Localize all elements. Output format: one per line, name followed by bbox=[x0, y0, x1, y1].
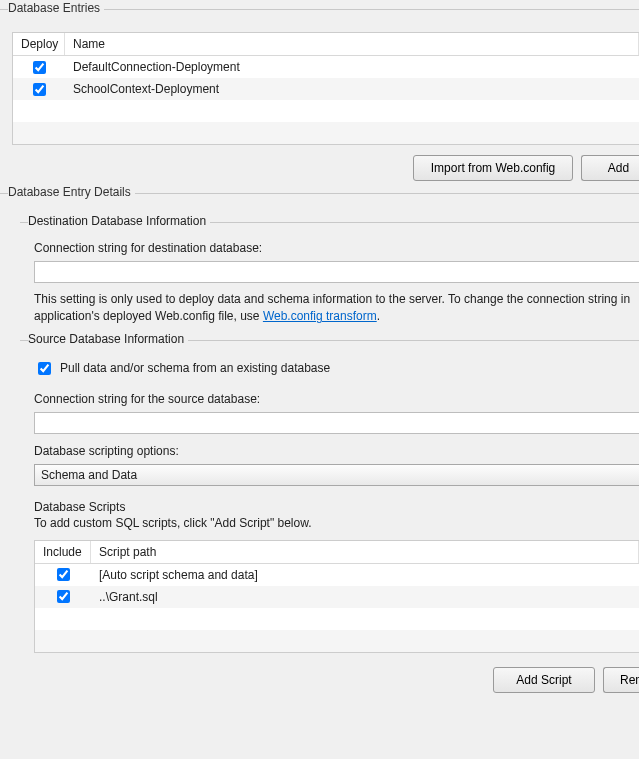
import-from-webconfig-button[interactable]: Import from Web.config bbox=[413, 155, 573, 181]
source-db-group-label: Source Database Information bbox=[28, 332, 188, 346]
table-row[interactable] bbox=[35, 630, 639, 652]
dest-help-suffix: . bbox=[377, 309, 380, 323]
table-row[interactable] bbox=[13, 122, 639, 144]
entries-table: Deploy Name DefaultConnection-Deployment… bbox=[12, 32, 639, 145]
database-entries-group-label: Database Entries bbox=[8, 1, 104, 15]
table-row[interactable]: [Auto script schema and data] bbox=[35, 564, 639, 586]
scripts-table: Include Script path [Auto script schema … bbox=[34, 540, 639, 653]
include-checkbox[interactable] bbox=[57, 568, 70, 581]
script-path: [Auto script schema and data] bbox=[91, 568, 639, 582]
table-row[interactable]: SchoolContext-Deployment bbox=[13, 78, 639, 100]
scripts-col-include[interactable]: Include bbox=[35, 541, 91, 563]
add-entry-button[interactable]: Add bbox=[581, 155, 639, 181]
entries-col-deploy[interactable]: Deploy bbox=[13, 33, 65, 55]
add-script-button[interactable]: Add Script bbox=[493, 667, 595, 693]
database-scripts-help: To add custom SQL scripts, click "Add Sc… bbox=[34, 516, 639, 530]
dest-conn-label: Connection string for destination databa… bbox=[34, 241, 639, 255]
script-path: ..\Grant.sql bbox=[91, 590, 639, 604]
dest-connection-string-input[interactable] bbox=[34, 261, 639, 283]
scripts-table-header: Include Script path bbox=[35, 541, 639, 564]
scripting-options-value: Schema and Data bbox=[41, 468, 137, 482]
scripting-options-label: Database scripting options: bbox=[34, 444, 639, 458]
table-row[interactable] bbox=[35, 608, 639, 630]
webconfig-transform-link[interactable]: Web.config transform bbox=[263, 309, 377, 323]
entry-name: SchoolContext-Deployment bbox=[65, 82, 639, 96]
pull-data-label: Pull data and/or schema from an existing… bbox=[60, 361, 330, 375]
deploy-checkbox[interactable] bbox=[33, 83, 46, 96]
scripts-col-path[interactable]: Script path bbox=[91, 541, 639, 563]
entries-col-name[interactable]: Name bbox=[65, 33, 639, 55]
remove-script-button[interactable]: Rem bbox=[603, 667, 639, 693]
scripting-options-dropdown[interactable]: Schema and Data bbox=[34, 464, 639, 486]
dest-help-text: This setting is only used to deploy data… bbox=[34, 291, 639, 326]
destination-db-group-label: Destination Database Information bbox=[28, 214, 210, 228]
database-entry-details-group-label: Database Entry Details bbox=[8, 185, 135, 199]
database-scripts-label: Database Scripts bbox=[34, 500, 639, 514]
source-connection-string-input[interactable] bbox=[34, 412, 639, 434]
include-checkbox[interactable] bbox=[57, 590, 70, 603]
deploy-checkbox[interactable] bbox=[33, 61, 46, 74]
table-row[interactable] bbox=[13, 100, 639, 122]
source-conn-label: Connection string for the source databas… bbox=[34, 392, 639, 406]
pull-data-checkbox[interactable] bbox=[38, 362, 51, 375]
entry-name: DefaultConnection-Deployment bbox=[65, 60, 639, 74]
entries-table-header: Deploy Name bbox=[13, 33, 639, 56]
table-row[interactable]: ..\Grant.sql bbox=[35, 586, 639, 608]
table-row[interactable]: DefaultConnection-Deployment bbox=[13, 56, 639, 78]
